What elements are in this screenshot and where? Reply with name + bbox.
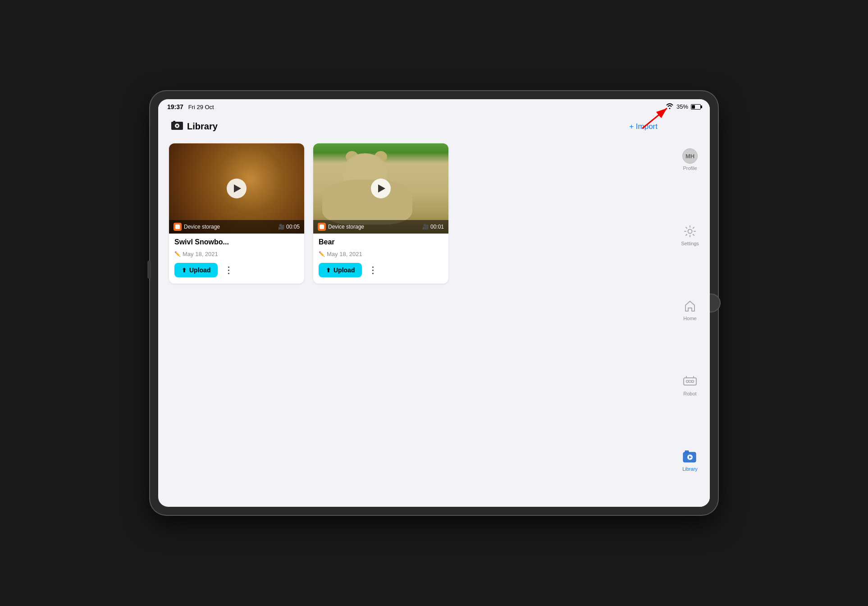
card-2-date: ✏️ May 18, 2021 bbox=[319, 251, 443, 257]
card-2-more-button[interactable]: ⋮ bbox=[366, 264, 379, 276]
library-icon bbox=[171, 120, 183, 133]
camera-icon-2: 🎥 bbox=[422, 224, 429, 230]
bear-body bbox=[322, 179, 412, 225]
robot-icon bbox=[683, 376, 697, 387]
play-triangle-1 bbox=[234, 184, 241, 193]
card-2-info: Bear ✏️ May 18, 2021 ⬆ Upload ⋮ bbox=[313, 234, 448, 284]
card-2-title: Bear bbox=[319, 238, 443, 246]
sidebar-item-library-label: Library bbox=[682, 466, 698, 472]
edit-icon-2: ✏️ bbox=[319, 251, 325, 257]
sidebar-item-profile-label: Profile bbox=[683, 165, 697, 171]
card-1-storage-label: Device storage bbox=[184, 224, 220, 230]
home-icon-container bbox=[682, 298, 698, 314]
sidebar-item-profile[interactable]: MH Profile bbox=[674, 145, 706, 174]
card-1-duration: 🎥 00:05 bbox=[278, 224, 300, 230]
camera-icon-1: 🎥 bbox=[278, 224, 285, 230]
cards-grid: Device storage 🎥 00:05 Swivl Snowbo... bbox=[169, 143, 659, 284]
play-button-2[interactable] bbox=[371, 179, 391, 198]
card-1-date: ✏️ May 18, 2021 bbox=[174, 251, 299, 257]
battery-icon bbox=[691, 104, 701, 110]
page-area: Library + Import bbox=[158, 113, 670, 507]
card-1-upload-button[interactable]: ⬆ Upload bbox=[174, 263, 218, 277]
card-2-duration-value: 00:01 bbox=[430, 224, 444, 230]
main-content: Library + Import bbox=[158, 113, 710, 507]
svg-point-9 bbox=[692, 381, 694, 383]
storage-icon-2 bbox=[318, 223, 326, 231]
sidebar-item-robot[interactable]: Robot bbox=[674, 370, 706, 400]
right-sidebar: MH Profile Settings bbox=[670, 113, 710, 507]
svg-point-8 bbox=[686, 381, 689, 383]
card-1-more-button[interactable]: ⋮ bbox=[222, 264, 235, 276]
svg-rect-14 bbox=[685, 450, 689, 453]
play-triangle-2 bbox=[378, 184, 385, 193]
card-2-bottom-bar: Device storage 🎥 00:01 bbox=[313, 220, 448, 234]
device: 19:37 Fri 29 Oct bbox=[150, 91, 718, 515]
status-time-date: 19:37 Fri 29 Oct bbox=[167, 103, 214, 110]
library-nav-icon bbox=[682, 450, 698, 463]
profile-avatar-container: MH bbox=[682, 148, 698, 164]
card-1-info: Swivl Snowbo... ✏️ May 18, 2021 ⬆ Upload bbox=[169, 234, 304, 284]
svg-rect-10 bbox=[689, 381, 691, 382]
avatar: MH bbox=[682, 148, 698, 164]
play-button-1[interactable] bbox=[227, 179, 247, 198]
card-1-bottom-bar: Device storage 🎥 00:05 bbox=[169, 220, 304, 234]
library-nav-icon-container bbox=[682, 449, 698, 464]
page-header: Library + Import bbox=[169, 120, 659, 133]
svg-point-4 bbox=[176, 125, 178, 127]
card-2-storage-badge: Device storage bbox=[318, 223, 364, 231]
import-button[interactable]: + Import bbox=[629, 122, 658, 131]
upload-arrow-1: ⬆ bbox=[182, 267, 187, 274]
sidebar-item-home[interactable]: Home bbox=[674, 295, 706, 325]
edit-icon-1: ✏️ bbox=[174, 251, 181, 257]
card-2-upload-label: Upload bbox=[333, 266, 355, 274]
svg-rect-5 bbox=[173, 121, 175, 122]
card-2-actions: ⬆ Upload ⋮ bbox=[319, 263, 443, 277]
side-button bbox=[147, 261, 151, 279]
svg-rect-7 bbox=[684, 378, 696, 385]
sidebar-item-settings-label: Settings bbox=[681, 241, 699, 246]
card-2-duration: 🎥 00:01 bbox=[422, 224, 444, 230]
status-indicators: 35% bbox=[666, 103, 701, 110]
svg-point-6 bbox=[688, 229, 692, 233]
card-1-storage-badge: Device storage bbox=[174, 223, 220, 231]
card-1-actions: ⬆ Upload ⋮ bbox=[174, 263, 299, 277]
robot-icon-container bbox=[682, 374, 698, 389]
settings-icon-container bbox=[682, 224, 698, 239]
date: Fri 29 Oct bbox=[188, 104, 214, 110]
storage-icon-1 bbox=[174, 223, 182, 231]
status-bar: 19:37 Fri 29 Oct bbox=[158, 99, 710, 113]
sidebar-item-library[interactable]: Library bbox=[674, 445, 706, 475]
avatar-initials: MH bbox=[685, 153, 694, 160]
battery-percent: 35% bbox=[676, 103, 688, 110]
screen: 19:37 Fri 29 Oct bbox=[158, 99, 710, 507]
card-1-thumbnail[interactable]: Device storage 🎥 00:05 bbox=[169, 143, 304, 234]
card-2: Device storage 🎥 00:01 Bear bbox=[313, 143, 448, 284]
gear-icon bbox=[684, 225, 696, 238]
sidebar-item-robot-label: Robot bbox=[683, 391, 696, 396]
time: 19:37 bbox=[167, 103, 183, 110]
sidebar-item-home-label: Home bbox=[683, 316, 696, 321]
card-1: Device storage 🎥 00:05 Swivl Snowbo... bbox=[169, 143, 304, 284]
page-title: Library bbox=[187, 121, 218, 132]
card-2-upload-button[interactable]: ⬆ Upload bbox=[319, 263, 362, 277]
card-1-date-value: May 18, 2021 bbox=[183, 251, 218, 257]
wifi-icon bbox=[666, 103, 674, 110]
sidebar-item-settings[interactable]: Settings bbox=[674, 220, 706, 250]
card-1-duration-value: 00:05 bbox=[286, 224, 300, 230]
card-2-thumbnail[interactable]: Device storage 🎥 00:01 bbox=[313, 143, 448, 234]
card-2-storage-label: Device storage bbox=[328, 224, 364, 230]
page-title-area: Library bbox=[171, 120, 218, 133]
upload-arrow-2: ⬆ bbox=[326, 267, 331, 274]
home-icon bbox=[684, 300, 696, 312]
card-1-title: Swivl Snowbo... bbox=[174, 238, 299, 246]
card-1-upload-label: Upload bbox=[189, 266, 210, 274]
card-2-date-value: May 18, 2021 bbox=[327, 251, 362, 257]
